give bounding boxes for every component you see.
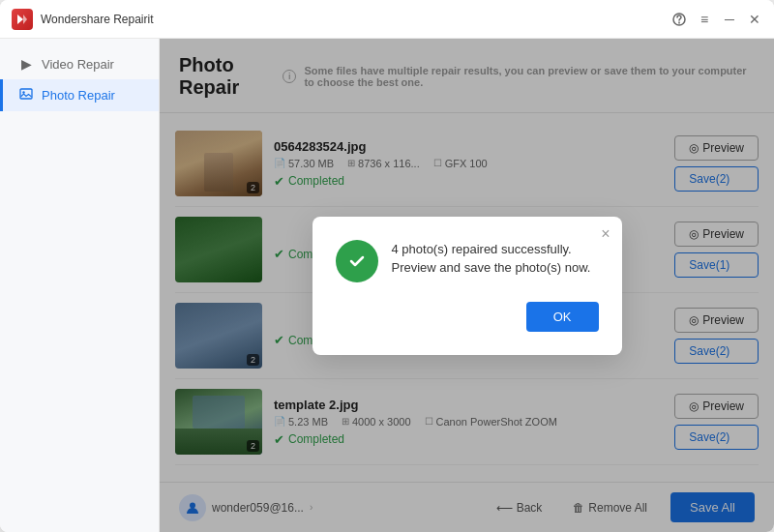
modal-overlay: × 4 photo(s) repaired successfully. Prev… [160, 39, 774, 532]
sidebar-item-video-repair[interactable]: ▶ Video Repair [0, 48, 159, 79]
title-bar-left: Wondershare Repairit [12, 9, 154, 30]
ok-button[interactable]: OK [526, 302, 599, 332]
video-repair-icon: ▶ [18, 56, 34, 72]
minimize-button[interactable]: ─ [722, 12, 737, 27]
modal-close-button[interactable]: × [601, 226, 610, 242]
svg-rect-1 [20, 89, 32, 99]
content-area: Photo Repair i Some files have multiple … [160, 39, 774, 532]
title-bar: Wondershare Repairit ≡ ─ ✕ [0, 0, 774, 39]
sidebar: ▶ Video Repair Photo Repair [0, 39, 160, 532]
sidebar-item-photo-repair[interactable]: Photo Repair [0, 79, 159, 111]
app-title: Wondershare Repairit [41, 13, 154, 26]
main-layout: ▶ Video Repair Photo Repair Photo R [0, 39, 774, 532]
title-bar-controls: ≡ ─ ✕ [671, 12, 762, 27]
success-icon [336, 240, 378, 282]
sidebar-item-label-video: Video Repair [42, 57, 114, 72]
sidebar-item-label-photo: Photo Repair [42, 88, 115, 103]
help-button[interactable] [671, 12, 687, 27]
photo-repair-icon [18, 87, 34, 103]
menu-icon[interactable]: ≡ [697, 12, 712, 27]
app-window: Wondershare Repairit ≡ ─ ✕ ▶ Video Repai… [0, 0, 774, 532]
app-logo [12, 9, 33, 30]
close-button[interactable]: ✕ [747, 12, 762, 27]
success-modal: × 4 photo(s) repaired successfully. Prev… [313, 217, 622, 355]
modal-body: 4 photo(s) repaired successfully. Previe… [336, 240, 599, 282]
modal-message: 4 photo(s) repaired successfully. Previe… [392, 240, 599, 278]
modal-footer: OK [336, 302, 599, 332]
